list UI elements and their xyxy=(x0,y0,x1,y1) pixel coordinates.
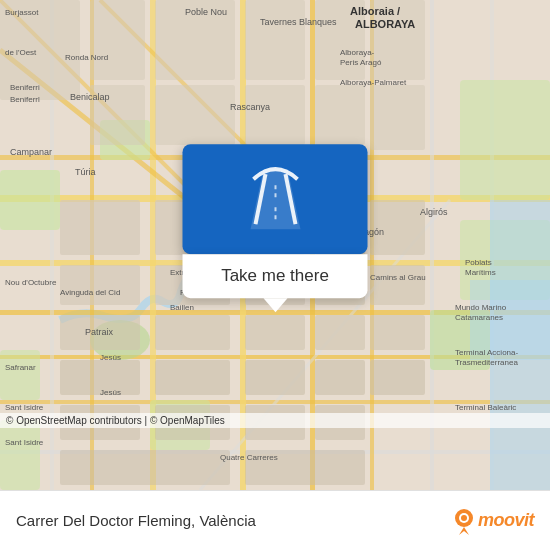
svg-rect-55 xyxy=(60,450,230,485)
svg-text:Poblats: Poblats xyxy=(465,258,492,267)
svg-text:Alboraya-Palmaret: Alboraya-Palmaret xyxy=(340,78,407,87)
svg-text:Poble Nou: Poble Nou xyxy=(185,7,227,17)
svg-text:Campanar: Campanar xyxy=(10,147,52,157)
svg-text:Burjassot: Burjassot xyxy=(5,8,39,17)
svg-rect-26 xyxy=(0,420,40,490)
svg-text:Patraix: Patraix xyxy=(85,327,114,337)
svg-rect-50 xyxy=(370,360,425,395)
moovit-pin-icon xyxy=(454,507,474,535)
svg-rect-47 xyxy=(155,360,230,395)
svg-text:Terminal Acciona-: Terminal Acciona- xyxy=(455,348,518,357)
svg-text:Túria: Túria xyxy=(75,167,96,177)
svg-text:Benicalap: Benicalap xyxy=(70,92,110,102)
svg-rect-65 xyxy=(245,85,305,145)
svg-rect-22 xyxy=(460,80,550,200)
road-icon xyxy=(235,164,315,234)
bottom-bar: Carrer Del Doctor Fleming, València moov… xyxy=(0,490,550,550)
svg-rect-42 xyxy=(370,265,425,305)
svg-text:Beniferrl: Beniferrl xyxy=(10,95,40,104)
svg-text:Mundo Marino: Mundo Marino xyxy=(455,303,507,312)
svg-text:Algirós: Algirós xyxy=(420,207,448,217)
map-attribution: © OpenStreetMap contributors | © OpenMap… xyxy=(0,413,550,428)
svg-text:Jesús: Jesús xyxy=(100,353,121,362)
svg-rect-64 xyxy=(155,85,235,145)
svg-text:Sant Isidre: Sant Isidre xyxy=(5,438,44,447)
popup-overlay: Take me there xyxy=(183,144,368,312)
svg-rect-67 xyxy=(370,85,425,150)
popup-card xyxy=(183,144,368,254)
svg-rect-60 xyxy=(245,0,305,80)
svg-rect-49 xyxy=(315,360,365,395)
svg-text:Beniferri: Beniferri xyxy=(10,83,40,92)
svg-rect-45 xyxy=(370,315,425,350)
svg-rect-44 xyxy=(315,315,365,350)
svg-text:ALBORAYA: ALBORAYA xyxy=(355,18,415,30)
svg-text:Quatre Carreres: Quatre Carreres xyxy=(220,453,278,462)
svg-text:Peris Aragó: Peris Aragó xyxy=(340,58,382,67)
svg-text:Tavernes Blanques: Tavernes Blanques xyxy=(260,17,337,27)
svg-text:Catamaranes: Catamaranes xyxy=(455,313,503,322)
svg-rect-40 xyxy=(245,315,305,350)
svg-rect-25 xyxy=(0,350,40,400)
svg-text:Nou d'Octubre: Nou d'Octubre xyxy=(5,278,57,287)
moovit-logo: moovit xyxy=(454,507,534,535)
svg-text:Avinguda del Cid: Avinguda del Cid xyxy=(60,288,120,297)
svg-point-115 xyxy=(461,515,467,521)
svg-rect-35 xyxy=(60,265,140,305)
svg-text:Trasmediterranea: Trasmediterranea xyxy=(455,358,518,367)
svg-text:Marítims: Marítims xyxy=(465,268,496,277)
svg-text:Camins al Grau: Camins al Grau xyxy=(370,273,426,282)
svg-rect-58 xyxy=(90,0,145,80)
address-text: Carrer Del Doctor Fleming, València xyxy=(16,512,256,529)
svg-text:Terminal Baleàric: Terminal Baleàric xyxy=(455,403,516,412)
popup-arrow xyxy=(263,298,287,312)
map-container[interactable]: Tavernes Blanques Alboraia / ALBORAYA Al… xyxy=(0,0,550,490)
svg-text:Rascanya: Rascanya xyxy=(230,102,270,112)
svg-text:Safranar: Safranar xyxy=(5,363,36,372)
svg-text:Alboraya-: Alboraya- xyxy=(340,48,375,57)
svg-text:Jesús: Jesús xyxy=(100,388,121,397)
svg-rect-48 xyxy=(245,360,305,395)
svg-text:Ronda Nord: Ronda Nord xyxy=(65,53,108,62)
svg-rect-20 xyxy=(0,170,60,230)
svg-text:Sant Isidre: Sant Isidre xyxy=(5,403,44,412)
svg-text:de l'Oest: de l'Oest xyxy=(5,48,37,57)
svg-text:Alboraia /: Alboraia / xyxy=(350,5,400,17)
svg-rect-66 xyxy=(315,85,365,145)
svg-rect-31 xyxy=(60,200,140,255)
take-me-there-button[interactable]: Take me there xyxy=(183,254,368,298)
moovit-wordmark: moovit xyxy=(478,510,534,531)
svg-rect-39 xyxy=(155,315,230,350)
